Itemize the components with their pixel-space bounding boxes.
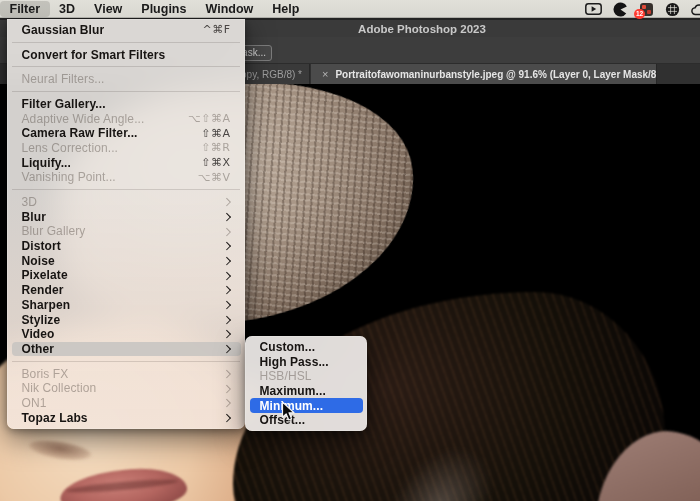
screen: Adobe Photoshop 2023 ask... opy, RGB/8) … (0, 0, 700, 501)
video-camera-icon[interactable] (585, 3, 602, 15)
menu-item-shortcut: ⇧⌘A (201, 127, 230, 140)
input-source-icon[interactable] (665, 2, 680, 17)
other-submenu-item-hsb-hsl: HSB/HSL (250, 369, 363, 384)
submenu-chevron-icon (223, 272, 231, 280)
menu-separator (12, 42, 240, 43)
filter-menu-item-nik-collection: Nik Collection (12, 381, 241, 396)
filter-menu-item-render[interactable]: Render (12, 283, 241, 298)
menu-item-label: Distort (22, 239, 61, 253)
other-submenu-item-offset[interactable]: Offset... (250, 413, 363, 428)
submenu-chevron-icon (223, 345, 231, 353)
tab-active-label: Portraitofawomaninurbanstyle.jpeg @ 91.6… (335, 69, 657, 80)
filter-menu-item-vanishing-point: Vanishing Point...⌥⌘V (12, 170, 241, 185)
submenu-chevron-icon (223, 213, 231, 221)
submenu-chevron-icon (223, 198, 231, 206)
menu-item-label: Boris FX (22, 367, 69, 381)
other-submenu-item-custom[interactable]: Custom... (250, 340, 363, 355)
menu-item-label: 3D (22, 195, 38, 209)
menu-item-label: Blur Gallery (22, 224, 86, 238)
filter-menu-item-sharpen[interactable]: Sharpen (12, 298, 241, 313)
menu-item-label: Adaptive Wide Angle... (22, 112, 145, 126)
menu-bar-item-3d[interactable]: 3D (50, 1, 85, 17)
filter-menu-item-blur[interactable]: Blur (12, 209, 241, 224)
menu-item-label: Sharpen (22, 298, 71, 312)
menu-item-label: Stylize (22, 313, 61, 327)
menu-item-label: Lens Correction... (22, 141, 119, 155)
filter-menu-item-distort[interactable]: Distort (12, 239, 241, 254)
submenu-chevron-icon (223, 228, 231, 236)
filter-menu-item-stylize[interactable]: Stylize (12, 312, 241, 327)
menu-separator (12, 189, 240, 190)
submenu-chevron-icon (223, 257, 231, 265)
submenu-chevron-icon (223, 242, 231, 250)
menu-bar-item-plugins[interactable]: Plugins (132, 1, 196, 17)
filter-menu-item-gaussian-blur[interactable]: Gaussian Blur^⌘F (12, 23, 241, 38)
other-submenu-item-high-pass[interactable]: High Pass... (250, 354, 363, 369)
window-title: Adobe Photoshop 2023 (358, 23, 486, 35)
submenu-chevron-icon (223, 384, 231, 392)
menu-separator (12, 91, 240, 92)
menu-item-label: Topaz Labs (22, 411, 88, 425)
filter-menu-item-pixelate[interactable]: Pixelate (12, 268, 241, 283)
submenu-chevron-icon (223, 286, 231, 294)
filter-menu-item-topaz-labs[interactable]: Topaz Labs (12, 410, 241, 425)
submenu-chevron-icon (223, 301, 231, 309)
menu-item-label: Blur (22, 210, 46, 224)
menu-bar-item-window[interactable]: Window (196, 1, 263, 17)
menu-item-label: ON1 (22, 396, 47, 410)
menubar-status-icons: 12 (585, 0, 700, 18)
filter-menu-item-convert-for-smart-filters[interactable]: Convert for Smart Filters (12, 47, 241, 62)
other-submenu-item-maximum[interactable]: Maximum... (250, 384, 363, 399)
menu-bar-item-help[interactable]: Help (263, 1, 309, 17)
menu-item-label: HSB/HSL (260, 369, 312, 383)
filter-menu-item-lens-correction: Lens Correction...⇧⌘R (12, 141, 241, 156)
menu-item-shortcut: ⌥⇧⌘A (188, 112, 230, 125)
menu-item-label: Noise (22, 254, 55, 268)
filter-menu-item-filter-gallery[interactable]: Filter Gallery... (12, 97, 241, 112)
filter-menu-item-other[interactable]: Other (12, 342, 241, 357)
menu-item-label: Video (22, 327, 55, 341)
submenu-chevron-icon (223, 330, 231, 338)
menu-separator (12, 361, 240, 362)
filter-menu: Gaussian Blur^⌘FConvert for Smart Filter… (7, 19, 245, 429)
menu-item-label: Liquify... (22, 156, 71, 170)
menu-item-label: Pixelate (22, 268, 68, 282)
menu-item-label: Nik Collection (22, 381, 97, 395)
menu-item-label: Convert for Smart Filters (22, 48, 166, 62)
cloud-sync-icon[interactable] (691, 3, 700, 16)
menu-bar-item-filter[interactable]: Filter (0, 1, 50, 17)
filter-menu-item-noise[interactable]: Noise (12, 253, 241, 268)
notification-badge: 12 (634, 9, 645, 19)
menu-item-label: Render (22, 283, 64, 297)
menu-item-label: Filter Gallery... (22, 97, 106, 111)
tab-close-icon[interactable]: × (322, 68, 328, 80)
filter-menu-item-adaptive-wide-angle: Adaptive Wide Angle...⌥⇧⌘A (12, 111, 241, 126)
menu-bar-item-view[interactable]: View (85, 1, 132, 17)
submenu-chevron-icon (223, 414, 231, 422)
mouse-cursor-icon (281, 401, 296, 426)
menu-item-label: Neural Filters... (22, 72, 105, 86)
filter-menu-item-blur-gallery: Blur Gallery (12, 224, 241, 239)
menu-item-label: Vanishing Point... (22, 170, 116, 184)
other-submenu: Custom...High Pass...HSB/HSLMaximum...Mi… (245, 336, 367, 431)
filter-menu-item-neural-filters: Neural Filters... (12, 72, 241, 87)
submenu-chevron-icon (223, 370, 231, 378)
menu-item-shortcut: ^⌘F (202, 23, 230, 36)
filter-menu-item-boris-fx: Boris FX (12, 366, 241, 381)
app-notification-icon[interactable]: 12 (639, 2, 654, 17)
other-submenu-item-minimum[interactable]: Minimum... (250, 398, 363, 413)
submenu-chevron-icon (223, 399, 231, 407)
menu-item-label: Custom... (260, 340, 316, 354)
macos-menu-bar: Filter 3D View Plugins Window Help 12 (0, 0, 700, 18)
menu-item-label: High Pass... (260, 355, 329, 369)
filter-menu-item-camera-raw-filter[interactable]: Camera Raw Filter...⇧⌘A (12, 126, 241, 141)
filter-menu-item-liquify[interactable]: Liquify...⇧⌘X (12, 155, 241, 170)
focus-mode-icon[interactable] (613, 2, 628, 17)
filter-menu-item-on1: ON1 (12, 396, 241, 411)
menu-item-label: Other (22, 342, 55, 356)
menu-item-shortcut: ⌥⌘V (198, 171, 231, 184)
submenu-chevron-icon (223, 316, 231, 324)
menu-item-label: Maximum... (260, 384, 326, 398)
tab-active-document[interactable]: × Portraitofawomaninurbanstyle.jpeg @ 91… (311, 64, 657, 84)
filter-menu-item-video[interactable]: Video (12, 327, 241, 342)
